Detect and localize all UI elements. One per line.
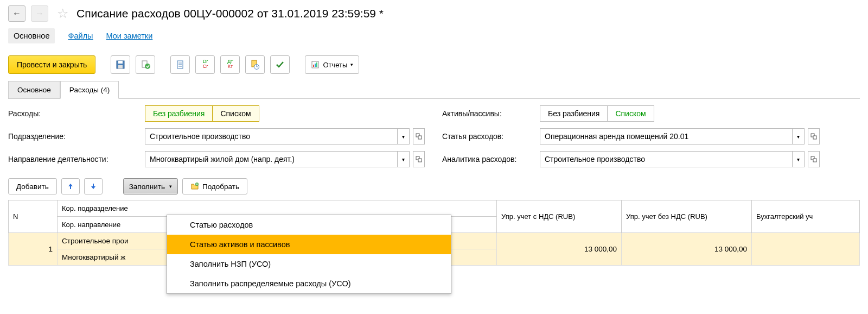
col-vat[interactable]: Упр. учет с НДС (RUB) [497, 200, 622, 233]
open-icon [416, 133, 422, 140]
svg-rect-16 [418, 136, 422, 139]
move-up-button[interactable] [61, 178, 80, 194]
direction-dropdown-button[interactable]: ▾ [398, 151, 410, 167]
svg-rect-14 [316, 62, 317, 67]
cell-vat: 13 000,00 [497, 233, 622, 266]
open-icon [810, 133, 817, 140]
division-dropdown-button[interactable]: ▾ [398, 128, 410, 145]
item-open-button[interactable] [808, 128, 820, 145]
tab-main[interactable]: Основное [8, 81, 60, 99]
svg-rect-20 [418, 159, 422, 162]
chevron-down-icon: ▾ [350, 62, 353, 67]
assets-nosplit-button[interactable]: Без разбиения [540, 106, 608, 121]
direction-label: Направление деятельности: [8, 155, 145, 164]
analytics-label: Аналитика расходов: [442, 155, 540, 164]
floppy-icon [115, 59, 126, 70]
check-icon [275, 59, 285, 70]
svg-rect-12 [313, 65, 314, 67]
svg-rect-1 [118, 61, 123, 64]
cell-acc [752, 233, 860, 266]
expenses-list-button[interactable]: Списком [213, 106, 258, 121]
doc-button[interactable] [170, 55, 190, 74]
dropdown-item-nzp[interactable]: Заполнить НЗП (УСО) [167, 254, 451, 266]
add-button[interactable]: Добавить [8, 178, 57, 194]
col-novat[interactable]: Упр. учет без НДС (RUB) [622, 200, 752, 233]
move-down-button[interactable] [84, 178, 103, 194]
clock-icon [250, 59, 260, 70]
link-main[interactable]: Основное [8, 28, 55, 43]
fill-label: Заполнить [129, 183, 165, 191]
star-icon[interactable]: ☆ [57, 6, 69, 21]
direction-open-button[interactable] [413, 151, 425, 167]
doc-icon [175, 59, 186, 70]
svg-point-4 [145, 64, 150, 69]
dtkt-button[interactable]: ДтКт [220, 55, 240, 74]
cell-novat: 13 000,00 [622, 233, 752, 266]
open-icon [416, 156, 422, 162]
dropdown-item-assets[interactable]: Статью активов и пассивов [167, 235, 451, 254]
post-icon [140, 59, 151, 70]
direction-input[interactable] [145, 151, 398, 167]
cell-n: 1 [9, 233, 58, 266]
dtkt-icon: ДтКт [225, 59, 235, 70]
post-close-button[interactable]: Провести и закрыть [8, 55, 95, 74]
svg-rect-18 [813, 136, 816, 139]
analytics-input[interactable] [540, 151, 793, 167]
assets-label: Активы/пассивы: [442, 109, 540, 118]
item-input[interactable] [540, 128, 793, 145]
folder-add-icon [190, 182, 199, 191]
back-button[interactable]: ← [8, 5, 25, 22]
svg-rect-2 [118, 65, 123, 68]
col-acc[interactable]: Бухгалтерский уч [752, 200, 860, 233]
open-icon [810, 156, 817, 162]
forward-button: → [31, 5, 48, 22]
analytics-open-button[interactable] [808, 151, 820, 167]
assets-seg: Без разбиения Списком [540, 105, 654, 122]
svg-rect-13 [315, 64, 316, 67]
history-button[interactable] [245, 55, 265, 74]
division-input[interactable] [145, 128, 398, 145]
save-button[interactable] [111, 55, 130, 74]
assets-list-button[interactable]: Списком [608, 106, 653, 121]
chart-icon [311, 60, 320, 69]
division-label: Подразделение: [8, 132, 145, 141]
dropdown-item-expense[interactable]: Статью расходов [167, 215, 451, 235]
link-notes[interactable]: Мои заметки [106, 28, 153, 43]
tab-expenses[interactable]: Расходы (4) [60, 81, 119, 99]
item-dropdown-button[interactable]: ▾ [793, 128, 805, 145]
expenses-seg: Без разбиения Списком [145, 105, 259, 122]
svg-rect-22 [813, 159, 816, 162]
reports-label: Отчеты [323, 61, 347, 69]
drcr-icon: DrCr [200, 59, 210, 70]
division-open-button[interactable] [413, 128, 425, 145]
fill-button[interactable]: Заполнить ▾ [123, 178, 178, 194]
post-button[interactable] [136, 55, 155, 74]
reports-button[interactable]: Отчеты ▾ [305, 55, 359, 74]
analytics-dropdown-button[interactable]: ▾ [793, 151, 805, 167]
col-n[interactable]: N [9, 200, 58, 233]
chevron-down-icon: ▾ [169, 184, 172, 189]
expenses-nosplit-button[interactable]: Без разбиения [145, 106, 213, 121]
check-button[interactable] [270, 55, 290, 74]
pick-label: Подобрать [202, 183, 239, 191]
fill-dropdown: Статью расходов Статью активов и пассиво… [167, 215, 451, 266]
arrow-up-icon [67, 183, 74, 190]
link-files[interactable]: Файлы [68, 28, 93, 43]
drcr-button[interactable]: DrCr [195, 55, 215, 74]
arrow-down-icon [90, 183, 97, 190]
item-label: Статья расходов: [442, 132, 540, 141]
page-title: Списание расходов 00ЦУ-000002 от 31.01.2… [76, 7, 384, 20]
col-division[interactable]: Кор. подразделение [58, 200, 497, 217]
expenses-label: Расходы: [8, 109, 145, 118]
pick-button[interactable]: Подобрать [182, 178, 247, 194]
